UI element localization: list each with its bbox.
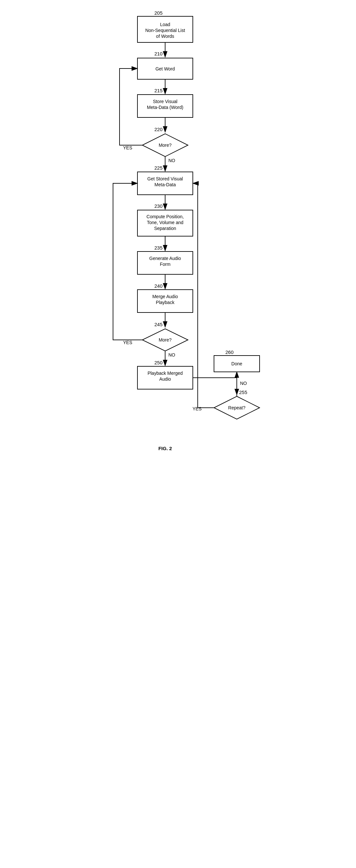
diagram-container: text { font-family: Arial, sans-serif; f… — [77, 6, 279, 849]
text-205-3: of Words — [156, 34, 174, 39]
label-yes-255: YES — [192, 406, 201, 411]
text-230-3: Separation — [154, 226, 176, 231]
label-yes-245: YES — [123, 340, 132, 345]
text-205-2: Non-Sequential List — [145, 28, 185, 33]
arrow-yes-255-225 — [193, 183, 214, 408]
text-240-2: Playback — [156, 300, 175, 305]
text-225-1: Get Stored Visual — [147, 176, 183, 181]
label-260: 260 — [225, 349, 234, 355]
label-235: 235 — [154, 245, 163, 250]
text-215-2: Meta-Data (Word) — [147, 105, 183, 110]
text-225-2: Meta-Data — [154, 182, 176, 187]
label-225: 225 — [154, 165, 163, 170]
label-255: 255 — [239, 390, 247, 395]
text-230-1: Compute Position, — [146, 214, 183, 219]
arrow-250-255 — [193, 378, 237, 395]
text-215-1: Store Visual — [153, 99, 177, 104]
label-215: 215 — [154, 88, 163, 93]
text-235-2: Form — [159, 261, 170, 267]
text-205-1: Load — [160, 22, 170, 27]
figure-label: FIG. 2 — [158, 445, 172, 451]
text-250-1: Playback Merged — [147, 371, 182, 376]
text-250-2: Audio — [159, 376, 171, 382]
text-220: More? — [158, 143, 172, 148]
label-230: 230 — [154, 203, 163, 209]
text-210: Get Word — [155, 66, 175, 71]
text-255: Repeat? — [228, 405, 245, 410]
label-no-245: NO — [168, 352, 175, 358]
label-240: 240 — [154, 283, 163, 289]
label-250: 250 — [154, 360, 163, 365]
text-240-1: Merge Audio — [152, 294, 178, 299]
label-210: 210 — [154, 51, 163, 56]
label-220: 220 — [154, 127, 163, 132]
label-yes-220: YES — [123, 145, 132, 150]
flowchart-svg: text { font-family: Arial, sans-serif; f… — [77, 6, 279, 848]
label-245: 245 — [154, 322, 163, 327]
label-205: 205 — [154, 10, 163, 16]
label-no-220: NO — [168, 158, 175, 163]
label-no-255: NO — [240, 381, 247, 386]
text-245: More? — [158, 337, 172, 342]
text-235-1: Generate Audio — [149, 256, 181, 261]
text-260: Done — [231, 361, 242, 366]
text-230-2: Tone, Volume and — [147, 220, 183, 225]
